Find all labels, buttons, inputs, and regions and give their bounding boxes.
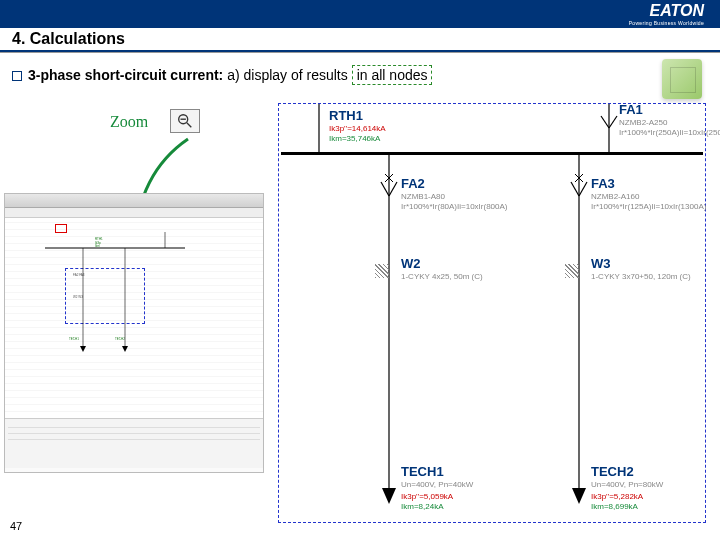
node-w3-label: W3 xyxy=(591,256,611,271)
svg-line-18 xyxy=(579,182,587,196)
zoomed-diagram: RTH1 Ik3p''=14,614kA Ikm=35,746kA FA1 NZ… xyxy=(278,103,706,523)
brand-bar: EATON Powering Business Worldwide xyxy=(0,0,720,28)
node-tech1-label: TECH1 xyxy=(401,464,444,479)
bullet-boxed: in all nodes xyxy=(352,65,433,85)
node-w3-info: 1-CYKY 3x70+50, 120m (C) xyxy=(591,272,691,282)
node-w2-info: 1-CYKY 4x25, 50m (C) xyxy=(401,272,483,282)
bullet-square-icon xyxy=(12,71,22,81)
diagram-svg xyxy=(279,104,705,522)
svg-line-10 xyxy=(609,116,617,128)
brand-tagline: Powering Business Worldwide xyxy=(629,20,704,26)
node-fa1-label: FA1 xyxy=(619,102,643,117)
node-tech1-spec: Un=400V, Pn=40kW xyxy=(401,480,473,490)
magnifier-minus-icon[interactable] xyxy=(170,109,200,133)
node-fa2-label: FA2 xyxy=(401,176,425,191)
section-header: 4. Calculations xyxy=(0,28,720,52)
cable-hatch-icon xyxy=(565,264,579,278)
bullet-part-a: a) display of results xyxy=(227,67,348,83)
zoom-label: Zoom xyxy=(110,113,148,131)
node-rth1-label: RTH1 xyxy=(329,108,363,123)
node-tech2-label: TECH2 xyxy=(591,464,634,479)
bullet-lead: 3-phase short-circuit current: xyxy=(28,67,223,83)
svg-line-17 xyxy=(571,182,579,196)
node-fa2-info: NZMB1-A80 Ir*100%*Ir(80A)Ii=10xIr(800A) xyxy=(401,192,508,213)
calc-3d-icon xyxy=(662,59,702,99)
svg-line-12 xyxy=(381,182,389,196)
content: 3-phase short-circuit current: a) displa… xyxy=(0,53,720,539)
section-title: 4. Calculations xyxy=(12,30,125,48)
brand-logo: EATON xyxy=(649,2,704,20)
thumb-canvas: RTH1Ik3pIkm FA2 FA3 W2 W3 TECH1 TECH2 xyxy=(5,218,263,418)
bullet-line: 3-phase short-circuit current: a) displa… xyxy=(12,67,708,83)
node-fa3-label: FA3 xyxy=(591,176,615,191)
page-number: 47 xyxy=(10,520,22,532)
node-fa3-info: NZMB2-A160 Ir*100%*Ir(125A)Ii=10xIr(1300… xyxy=(591,192,706,213)
thumb-titlebar xyxy=(5,194,263,208)
app-thumbnail: RTH1Ik3pIkm FA2 FA3 W2 W3 TECH1 TECH2 xyxy=(4,193,264,473)
node-tech2-spec: Un=400V, Pn=80kW xyxy=(591,480,663,490)
thumb-toolbar xyxy=(5,208,263,218)
svg-line-9 xyxy=(601,116,609,128)
node-tech1-results: Ik3p''=5,059kA Ikm=8,24kA xyxy=(401,492,453,513)
node-fa1-info: NZMB2-A250 Ir*100%*Ir(250A)Ii=10xIr(2500… xyxy=(619,118,720,139)
thumb-statusbar xyxy=(5,418,263,468)
svg-line-13 xyxy=(389,182,397,196)
cable-hatch-icon xyxy=(375,264,389,278)
node-rth1-results: Ik3p''=14,614kA Ikm=35,746kA xyxy=(329,124,386,145)
svg-line-1 xyxy=(187,123,192,128)
node-tech2-results: Ik3p''=5,282kA Ikm=8,699kA xyxy=(591,492,643,513)
node-w2-label: W2 xyxy=(401,256,421,271)
